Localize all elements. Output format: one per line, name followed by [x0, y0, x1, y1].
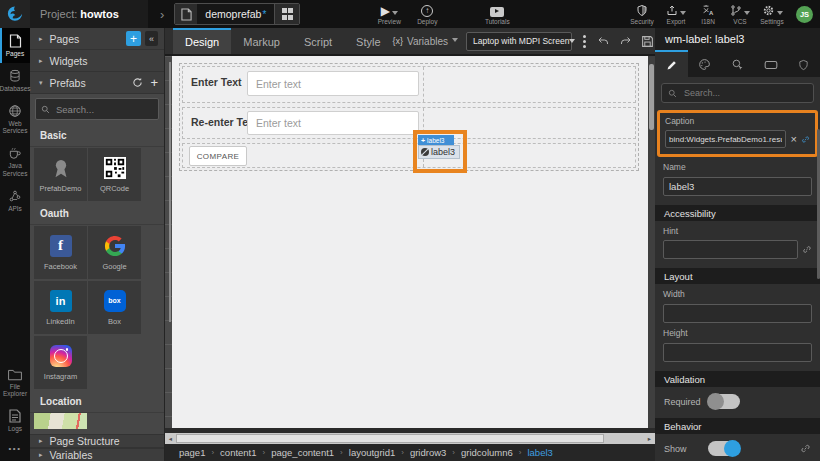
tab-design[interactable]: Design: [173, 28, 231, 54]
security-button[interactable]: Security: [627, 4, 657, 25]
tab-properties[interactable]: [655, 50, 688, 77]
gridcolumn-empty-1[interactable]: [423, 67, 635, 102]
prefab-search-input[interactable]: [54, 103, 153, 116]
add-page-button[interactable]: +: [126, 31, 141, 46]
collapse-panel-button[interactable]: «: [145, 31, 158, 46]
prefab-tile-instagram[interactable]: Instagram: [34, 336, 87, 389]
settings-button[interactable]: Settings: [757, 4, 787, 25]
prefabs-section-row[interactable]: ▾ Prefabs +: [30, 72, 164, 94]
redo-button[interactable]: [619, 35, 632, 47]
gridrow3[interactable]: COMPARE: [182, 143, 636, 168]
prefab-search-box[interactable]: [35, 98, 159, 120]
prefab-tile-linkedin[interactable]: in LinkedIn: [34, 281, 87, 334]
open-file-tab[interactable]: demoprefab*: [174, 3, 300, 25]
property-search-box[interactable]: [661, 83, 814, 103]
widget-drag-handle[interactable]: + label3: [418, 135, 454, 145]
variables-arrow-icon: ▸: [39, 451, 43, 459]
canvas-horizontal-scrollbar[interactable]: ◂ ▸: [165, 433, 655, 444]
qrcode-icon: [104, 157, 126, 179]
gridrow-enter-text[interactable]: Enter Text: [182, 66, 636, 103]
sidebar-item-web-services[interactable]: Web Services: [0, 98, 30, 141]
i18n-button[interactable]: A I18N: [693, 4, 723, 25]
caption-input[interactable]: [665, 130, 786, 148]
breadcrumb-page-content1[interactable]: page_content1: [271, 447, 334, 458]
tab-devices[interactable]: [754, 50, 787, 77]
hint-bind-link-icon[interactable]: [802, 244, 812, 255]
prefab-tile-map[interactable]: [34, 413, 87, 429]
enter-text-input[interactable]: [247, 71, 419, 96]
undo-button[interactable]: [597, 35, 610, 47]
page-structure-arrow-icon: ▸: [39, 437, 43, 445]
vcs-button[interactable]: VCS: [725, 4, 755, 25]
breadcrumb-gridcolumn6[interactable]: gridcolumn6: [461, 447, 513, 458]
breadcrumb-label3[interactable]: label3: [527, 447, 552, 458]
ruler-scroll-thumb[interactable]: [169, 62, 171, 322]
required-toggle[interactable]: [708, 394, 740, 409]
pages-grid-icon[interactable]: [274, 4, 299, 24]
shield-outline-icon: [798, 59, 809, 71]
property-search-input[interactable]: [682, 87, 807, 99]
vscroll-thumb[interactable]: [649, 64, 654, 130]
preview-button[interactable]: ▶ Preview: [374, 4, 404, 25]
sidebar-item-pages[interactable]: Pages: [0, 28, 30, 63]
sidebar-item-java-services[interactable]: Java Services: [0, 140, 30, 183]
prefab-tile-qrcode[interactable]: QRCode: [88, 148, 141, 201]
save-button[interactable]: [641, 35, 654, 48]
pages-section-row[interactable]: ▸ Pages + «: [30, 28, 164, 50]
gridrow-reenter-text[interactable]: Re-enter Text: [182, 107, 636, 139]
breadcrumb-gridrow3[interactable]: gridrow3: [410, 447, 446, 458]
hscroll-left-arrow-icon[interactable]: ◂: [165, 433, 176, 444]
show-toggle[interactable]: [708, 441, 740, 456]
bind-link-icon[interactable]: [801, 134, 810, 145]
hint-input[interactable]: [663, 240, 798, 259]
layoutgrid1[interactable]: Enter Text Re-enter Text COMPARE: [179, 63, 639, 171]
deploy-button[interactable]: ↑ Deploy: [412, 4, 442, 25]
label3-widget[interactable]: label3: [418, 145, 460, 159]
reenter-text-input[interactable]: [247, 111, 419, 135]
sidebar-overflow-button[interactable]: •••: [0, 438, 30, 461]
top-bar: Project: howtos › demoprefab* ▶ Preview …: [0, 0, 820, 28]
prefab-tile-google[interactable]: Google: [88, 226, 141, 279]
tab-security[interactable]: [787, 50, 820, 77]
tab-script[interactable]: Script: [292, 28, 344, 54]
prefab-tile-facebook[interactable]: f Facebook: [34, 226, 87, 279]
sidebar-item-logs[interactable]: Logs: [0, 403, 30, 438]
prefab-tile-box[interactable]: box Box: [88, 281, 141, 334]
breadcrumb: page1 › content1 › page_content1 › layou…: [165, 444, 655, 461]
width-input[interactable]: [663, 304, 812, 323]
user-avatar[interactable]: JS: [796, 6, 813, 23]
variables-chevron-icon: [452, 38, 458, 42]
width-label: Width: [663, 289, 812, 299]
sidebar-item-apis[interactable]: APIs: [0, 183, 30, 218]
enter-text-label[interactable]: Enter Text: [191, 76, 242, 88]
breadcrumb-layoutgrid1[interactable]: layoutgrid1: [349, 447, 395, 458]
wavemaker-logo-icon[interactable]: [0, 0, 30, 28]
tab-styles[interactable]: [688, 50, 721, 77]
breadcrumb-page1[interactable]: page1: [179, 447, 205, 458]
tab-events[interactable]: [721, 50, 754, 77]
refresh-icon[interactable]: [132, 77, 143, 88]
tutorials-button[interactable]: Tutorials: [482, 4, 512, 25]
tab-markup[interactable]: Markup: [231, 28, 292, 54]
hscroll-right-arrow-icon[interactable]: ▸: [644, 433, 655, 444]
device-selector[interactable]: Laptop with MDPI Screen: [466, 32, 572, 51]
page-structure-section-row[interactable]: ▸ Page Structure: [30, 434, 164, 448]
widgets-section-row[interactable]: ▸ Widgets: [30, 50, 164, 72]
sidebar-item-file-explorer[interactable]: File Explorer: [0, 362, 30, 404]
height-input[interactable]: [663, 343, 812, 362]
name-input[interactable]: [663, 177, 812, 196]
sidebar-item-databases[interactable]: Databases: [0, 63, 30, 98]
canvas-vertical-scrollbar[interactable]: [648, 56, 655, 428]
export-button[interactable]: Export: [661, 4, 691, 25]
show-bind-link-icon[interactable]: [800, 443, 811, 454]
tab-style[interactable]: Style: [344, 28, 392, 54]
breadcrumb-content1[interactable]: content1: [220, 447, 256, 458]
clear-binding-icon[interactable]: ×: [790, 134, 796, 145]
compare-button[interactable]: COMPARE: [189, 146, 247, 166]
hscroll-thumb[interactable]: [176, 434, 604, 443]
prefab-tile-prefabdemo[interactable]: PrefabDemo: [34, 148, 87, 201]
variables-section-row[interactable]: ▸ Variables: [30, 448, 164, 461]
variables-dropdown[interactable]: {x} Variables: [393, 36, 458, 47]
design-canvas[interactable]: Enter Text Re-enter Text COMPARE: [165, 56, 655, 428]
canvas-more-menu[interactable]: [581, 33, 588, 50]
